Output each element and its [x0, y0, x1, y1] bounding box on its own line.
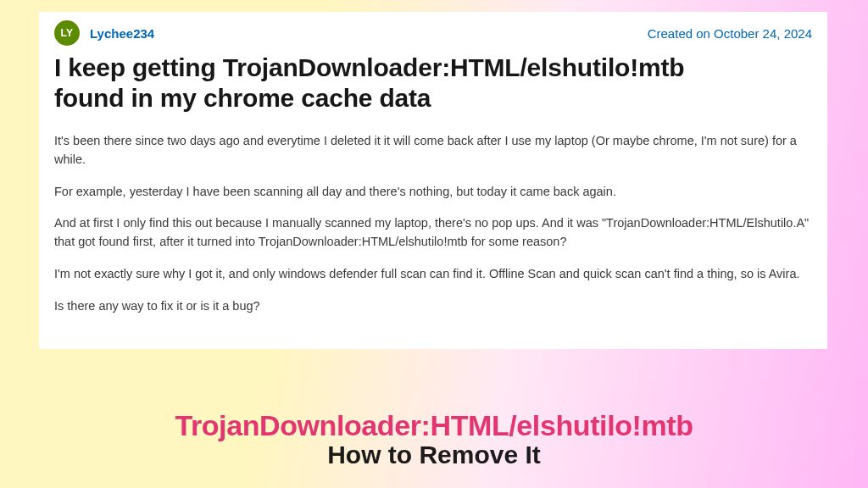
author-name-link[interactable]: Lychee234: [90, 26, 154, 41]
post-paragraph: For example, yesterday I have been scann…: [54, 183, 812, 202]
author-block: LY Lychee234: [54, 20, 154, 46]
forum-post-card: LY Lychee234 Created on October 24, 2024…: [39, 12, 827, 349]
overlay-title-block: TrojanDownloader:HTML/elshutilo!mtb How …: [0, 409, 868, 469]
threat-name: TrojanDownloader:HTML/elshutilo!mtb: [0, 409, 868, 442]
post-paragraph: Is there any way to fix it or is it a bu…: [54, 297, 812, 316]
post-header: LY Lychee234 Created on October 24, 2024: [54, 20, 812, 46]
page-canvas: LY Lychee234 Created on October 24, 2024…: [0, 0, 868, 488]
post-paragraph: And at first I only find this out becaus…: [54, 214, 812, 252]
post-body: It's been there since two days ago and e…: [54, 132, 812, 315]
post-paragraph: It's been there since two days ago and e…: [54, 132, 812, 169]
avatar[interactable]: LY: [54, 20, 80, 46]
post-paragraph: I'm not exactly sure why I got it, and o…: [54, 265, 812, 284]
overlay-subtitle: How to Remove It: [0, 441, 868, 469]
created-date: Created on October 24, 2024: [648, 26, 812, 41]
post-title: I keep getting TrojanDownloader:HTML/els…: [54, 53, 715, 114]
